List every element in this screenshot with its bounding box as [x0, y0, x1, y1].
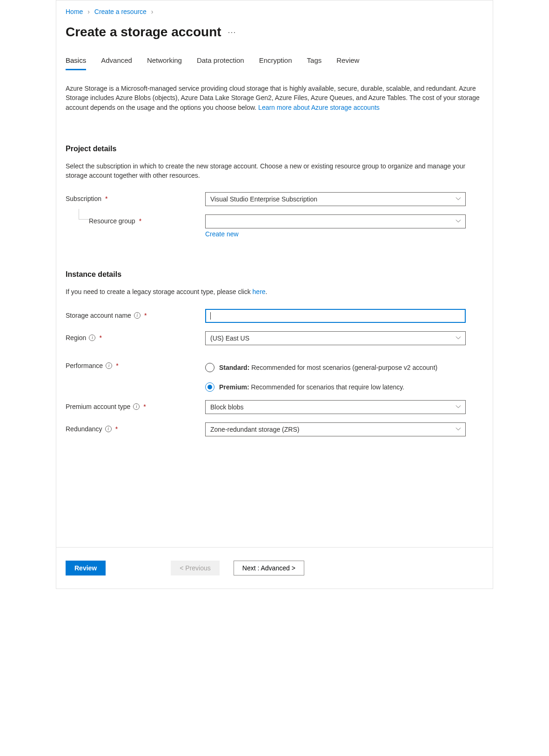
- info-icon[interactable]: i: [89, 335, 95, 341]
- info-icon[interactable]: i: [105, 426, 112, 432]
- performance-premium-label: Premium: Recommended for scenarios that …: [219, 383, 404, 391]
- required-icon: *: [139, 217, 141, 225]
- required-icon: *: [105, 195, 107, 202]
- project-details-desc: Select the subscription in which to crea…: [66, 161, 483, 181]
- performance-standard-radio[interactable]: [205, 363, 214, 372]
- required-icon: *: [143, 403, 146, 410]
- tabs: Basics Advanced Networking Data protecti…: [66, 56, 483, 71]
- premium-account-type-value: Block blobs: [210, 403, 244, 411]
- chevron-right-icon: ›: [87, 8, 90, 15]
- tab-data-protection[interactable]: Data protection: [197, 56, 244, 70]
- region-value: (US) East US: [210, 335, 249, 342]
- subscription-label: Subscription: [66, 195, 101, 202]
- text-caret: [210, 312, 211, 320]
- subscription-select[interactable]: Visual Studio Enterprise Subscription: [205, 192, 466, 206]
- resource-group-label: Resource group: [89, 217, 135, 225]
- next-advanced-button[interactable]: Next : Advanced >: [234, 561, 304, 575]
- page-title: Create a storage account: [66, 25, 221, 40]
- performance-label: Performance: [66, 362, 103, 369]
- review-button[interactable]: Review: [66, 561, 106, 575]
- performance-premium-radio[interactable]: [205, 382, 214, 392]
- tab-tags[interactable]: Tags: [307, 56, 322, 70]
- tab-encryption[interactable]: Encryption: [259, 56, 292, 70]
- intro-text: Azure Storage is a Microsoft-managed ser…: [66, 84, 483, 112]
- chevron-right-icon: ›: [151, 8, 154, 15]
- tab-basics[interactable]: Basics: [66, 56, 86, 70]
- legacy-here-link[interactable]: here: [253, 288, 266, 295]
- previous-button: < Previous: [171, 561, 220, 575]
- premium-account-type-label: Premium account type: [66, 403, 130, 410]
- project-details-heading: Project details: [66, 145, 483, 153]
- performance-standard-label: Standard: Recommended for most scenarios…: [219, 364, 437, 371]
- region-label: Region: [66, 334, 86, 341]
- subscription-value: Visual Studio Enterprise Subscription: [210, 195, 317, 203]
- instance-details-desc: If you need to create a legacy storage a…: [66, 287, 483, 296]
- redundancy-select[interactable]: Zone-redundant storage (ZRS): [205, 422, 466, 436]
- required-icon: *: [144, 312, 147, 319]
- resource-group-select[interactable]: [205, 214, 466, 228]
- instance-details-heading: Instance details: [66, 270, 483, 279]
- region-select[interactable]: (US) East US: [205, 331, 466, 345]
- learn-more-link[interactable]: Learn more about Azure storage accounts: [258, 104, 380, 111]
- tab-advanced[interactable]: Advanced: [101, 56, 132, 70]
- required-icon: *: [99, 334, 101, 341]
- tab-networking[interactable]: Networking: [147, 56, 182, 70]
- storage-account-name-input[interactable]: [205, 309, 466, 323]
- breadcrumb-home[interactable]: Home: [66, 8, 83, 15]
- more-icon[interactable]: ···: [228, 27, 236, 37]
- required-icon: *: [116, 362, 118, 369]
- required-icon: *: [115, 425, 118, 433]
- tab-review[interactable]: Review: [336, 56, 359, 70]
- breadcrumb: Home › Create a resource ›: [66, 4, 483, 21]
- wizard-footer: Review < Previous Next : Advanced >: [56, 547, 493, 589]
- info-icon[interactable]: i: [134, 312, 141, 319]
- breadcrumb-create-resource[interactable]: Create a resource: [94, 8, 147, 15]
- storage-account-name-label: Storage account name: [66, 312, 131, 319]
- redundancy-label: Redundancy: [66, 425, 102, 433]
- redundancy-value: Zone-redundant storage (ZRS): [210, 426, 299, 433]
- premium-account-type-select[interactable]: Block blobs: [205, 400, 466, 414]
- info-icon[interactable]: i: [133, 403, 140, 410]
- info-icon[interactable]: i: [106, 362, 112, 369]
- create-new-link[interactable]: Create new: [205, 230, 239, 238]
